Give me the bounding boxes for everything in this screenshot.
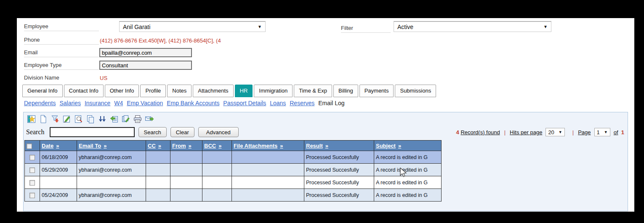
row-checkbox-cell bbox=[25, 176, 40, 189]
employee-dropdown[interactable]: Anil Garati ▼ bbox=[119, 21, 266, 32]
sort-icon[interactable]: » bbox=[280, 143, 283, 149]
hits-per-page-label: Hits per page bbox=[510, 129, 542, 135]
search-button[interactable]: Search bbox=[138, 127, 167, 137]
sort-icon[interactable]: » bbox=[189, 143, 192, 149]
tab-immigration[interactable]: Immigration bbox=[254, 85, 293, 97]
cell-file-attachments bbox=[232, 189, 304, 202]
tab-payments[interactable]: Payments bbox=[359, 85, 394, 97]
cell-date bbox=[40, 176, 77, 189]
tab-submissions[interactable]: Submissions bbox=[395, 85, 436, 97]
header-date[interactable]: Date» bbox=[40, 141, 77, 151]
sort-icon[interactable]: » bbox=[104, 143, 106, 149]
sort-icon[interactable]: » bbox=[218, 143, 221, 149]
header-result[interactable]: Result» bbox=[304, 141, 374, 151]
select-all-checkbox-cell bbox=[25, 141, 40, 151]
header-file-attachments[interactable]: File Attachments» bbox=[232, 141, 304, 151]
tab-other-info[interactable]: Other Info bbox=[105, 85, 139, 97]
table-row[interactable]: 06/18/2009 ybharani@conrep.com Processed… bbox=[25, 151, 442, 164]
pagination: 4 Record(s) found | Hits per page 20 ▼ |… bbox=[456, 128, 624, 136]
edit-icon[interactable] bbox=[61, 114, 72, 124]
separator: | bbox=[504, 129, 506, 135]
header-from[interactable]: From» bbox=[170, 141, 202, 151]
employee-type-field[interactable] bbox=[99, 61, 192, 70]
cell-result: Processed Succesfully bbox=[304, 176, 374, 189]
row-checkbox[interactable] bbox=[29, 180, 35, 186]
subnav-link-passport-details[interactable]: Passport Details bbox=[223, 100, 266, 106]
header-subject[interactable]: Subject» bbox=[374, 141, 442, 151]
apply-all-icon[interactable] bbox=[97, 114, 107, 124]
subnav-current-email-log: Email Log bbox=[318, 100, 344, 106]
total-pages: 1 bbox=[621, 129, 624, 135]
table-row[interactable]: 05/24/2009 ybharani@conrep.com Processed… bbox=[25, 189, 442, 202]
revert-list-icon[interactable] bbox=[109, 114, 119, 124]
hits-per-page-dropdown[interactable]: 20 ▼ bbox=[546, 128, 564, 136]
cell-result: Processed Succesfully bbox=[304, 164, 374, 176]
filter-dropdown[interactable]: Active ▼ bbox=[394, 21, 551, 32]
tab-contact-info[interactable]: Contact Info bbox=[64, 85, 104, 97]
cell-bcc bbox=[202, 151, 232, 164]
cell-email-to: ybharani@conrep.com bbox=[77, 189, 146, 202]
toolbar bbox=[26, 114, 154, 124]
email-field[interactable] bbox=[99, 48, 192, 57]
cell-cc bbox=[146, 176, 170, 189]
row-checkbox[interactable] bbox=[29, 167, 35, 173]
subnav-link-salaries[interactable]: Salaries bbox=[59, 100, 81, 106]
cell-email-to: ybharani@conrep.com bbox=[77, 164, 146, 176]
tab-attachments[interactable]: Attachments bbox=[193, 85, 233, 97]
search-input[interactable] bbox=[50, 127, 135, 137]
print-icon[interactable] bbox=[132, 114, 143, 124]
division-name-value: US bbox=[100, 75, 107, 81]
header-cc[interactable]: CC» bbox=[146, 141, 170, 151]
new-record-icon[interactable] bbox=[38, 114, 48, 124]
tab-notes[interactable]: Notes bbox=[167, 85, 192, 97]
page-value: 1 bbox=[597, 129, 600, 135]
sort-icon[interactable]: » bbox=[56, 143, 59, 149]
cell-subject: A record is edited in G bbox=[374, 151, 442, 164]
employee-dropdown-value: Anil Garati bbox=[123, 24, 150, 30]
cell-date: 05/24/2009 bbox=[40, 189, 77, 202]
cell-from bbox=[170, 151, 202, 164]
clear-button[interactable]: Clear bbox=[170, 127, 194, 137]
send-email-icon[interactable] bbox=[144, 114, 154, 124]
of-label: of bbox=[614, 129, 618, 135]
select-all-checkbox[interactable] bbox=[27, 143, 32, 149]
subnav-link-loans[interactable]: Loans bbox=[270, 100, 286, 106]
sort-icon[interactable]: » bbox=[325, 143, 328, 149]
customize-icon[interactable] bbox=[26, 114, 37, 124]
filter-dropdown-value: Active bbox=[397, 24, 413, 30]
tab-hr[interactable]: HR bbox=[235, 85, 253, 97]
cell-result: Processed Succesfully bbox=[304, 151, 374, 164]
table-row[interactable]: 05/29/2009 ybharani@conrep.com Processed… bbox=[25, 164, 442, 176]
subnav-link-dependents[interactable]: Dependents bbox=[24, 100, 56, 106]
cell-cc bbox=[146, 151, 170, 164]
sort-icon[interactable]: » bbox=[398, 143, 401, 149]
subnav-link-insurance[interactable]: Insurance bbox=[85, 100, 110, 106]
header-bcc[interactable]: BCC» bbox=[202, 141, 232, 151]
cell-from bbox=[170, 164, 202, 176]
row-checkbox[interactable] bbox=[29, 155, 35, 160]
preview-icon[interactable] bbox=[73, 114, 84, 124]
tab-billing[interactable]: Billing bbox=[333, 85, 358, 97]
tab-time-exp[interactable]: Time & Exp bbox=[294, 85, 332, 97]
tab-general-info[interactable]: General Info bbox=[22, 85, 63, 97]
filter-export-icon[interactable] bbox=[50, 114, 60, 124]
copy-icon[interactable] bbox=[85, 114, 96, 124]
subnav-link-emp-bank-accounts[interactable]: Emp Bank Accounts bbox=[167, 100, 219, 106]
subnav-link-w4[interactable]: W4 bbox=[114, 100, 123, 106]
cell-email-to bbox=[77, 176, 146, 189]
header-email-to[interactable]: Email To» bbox=[77, 141, 146, 151]
sort-icon[interactable]: » bbox=[158, 143, 161, 149]
cell-file-attachments bbox=[232, 176, 304, 189]
copy-edit-icon[interactable] bbox=[120, 114, 131, 124]
row-checkbox[interactable] bbox=[29, 193, 35, 198]
page-dropdown[interactable]: 1 ▼ bbox=[594, 128, 610, 136]
advanced-button[interactable]: Advanced bbox=[198, 127, 239, 137]
subnav-link-reserves[interactable]: Reserves bbox=[290, 100, 314, 106]
chevron-down-icon: ▼ bbox=[258, 24, 262, 29]
subnav-link-emp-vacation[interactable]: Emp Vacation bbox=[127, 100, 163, 106]
table-header-row: Date» Email To» CC» From» BCC» File Atta… bbox=[25, 141, 442, 151]
cell-result: Processed Succesfully bbox=[304, 189, 374, 202]
tab-profile[interactable]: Profile bbox=[140, 85, 166, 97]
employee-label: Employee bbox=[24, 23, 99, 31]
table-row[interactable]: Processed Succesfully A record is edited… bbox=[25, 176, 442, 189]
